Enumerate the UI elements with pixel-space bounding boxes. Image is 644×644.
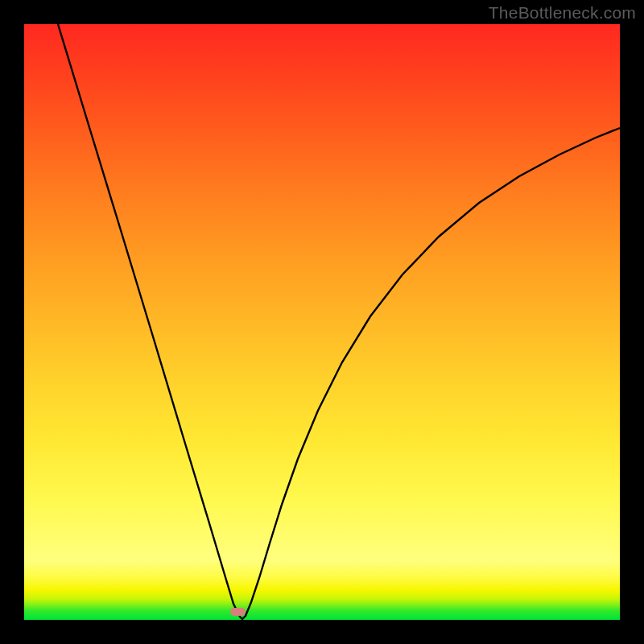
min-marker xyxy=(230,608,246,616)
chart-frame: TheBottleneck.com xyxy=(0,0,644,644)
bottleneck-curve xyxy=(58,24,620,619)
curve-svg xyxy=(24,24,620,620)
watermark-text: TheBottleneck.com xyxy=(489,3,636,23)
plot-area xyxy=(24,24,620,620)
